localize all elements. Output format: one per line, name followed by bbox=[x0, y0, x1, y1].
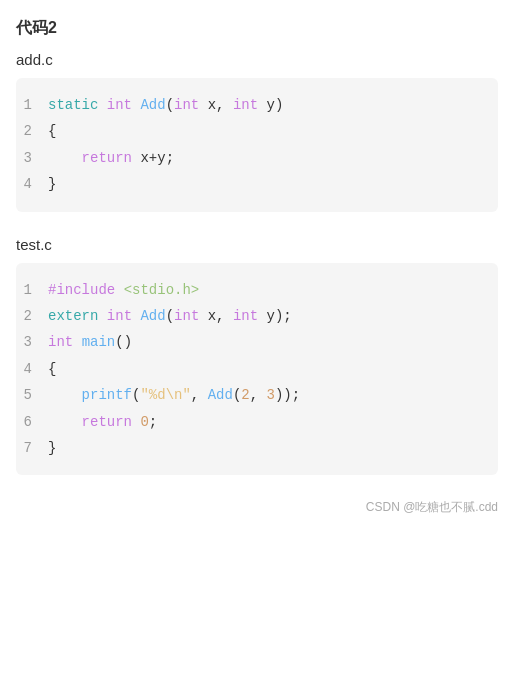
line-content: extern int Add(int x, int y); bbox=[48, 305, 292, 327]
code-line: 1#include <stdio.h> bbox=[16, 277, 498, 303]
code-line: 3 return x+y; bbox=[16, 145, 498, 171]
token: { bbox=[48, 361, 56, 377]
code-line: 4{ bbox=[16, 356, 498, 382]
token: x, bbox=[199, 308, 233, 324]
token: #include bbox=[48, 282, 115, 298]
line-content: int main() bbox=[48, 331, 132, 353]
token: extern bbox=[48, 308, 98, 324]
token: y); bbox=[258, 308, 292, 324]
token bbox=[98, 308, 106, 324]
token: { bbox=[48, 123, 56, 139]
line-content: static int Add(int x, int y) bbox=[48, 94, 283, 116]
token: static bbox=[48, 97, 107, 113]
token: Add bbox=[208, 387, 233, 403]
token bbox=[48, 414, 82, 430]
token: , bbox=[191, 387, 208, 403]
token: return bbox=[82, 150, 132, 166]
line-content: #include <stdio.h> bbox=[48, 279, 199, 301]
token bbox=[48, 387, 82, 403]
token bbox=[115, 282, 123, 298]
code-line: 2{ bbox=[16, 118, 498, 144]
line-content: } bbox=[48, 173, 56, 195]
token: () bbox=[115, 334, 132, 350]
token: int bbox=[107, 97, 141, 113]
token: int bbox=[233, 308, 258, 324]
line-number: 3 bbox=[16, 331, 48, 353]
line-number: 1 bbox=[16, 279, 48, 301]
token bbox=[73, 334, 81, 350]
token: 0 bbox=[140, 414, 148, 430]
code-line: 4} bbox=[16, 171, 498, 197]
token: return bbox=[82, 414, 132, 430]
token: main bbox=[82, 334, 116, 350]
watermark: CSDN @吃糖也不腻.cdd bbox=[0, 491, 514, 516]
token: ( bbox=[166, 308, 174, 324]
code-line: 6 return 0; bbox=[16, 409, 498, 435]
token: Add bbox=[140, 97, 165, 113]
code-line: 7} bbox=[16, 435, 498, 461]
line-number: 3 bbox=[16, 147, 48, 169]
token: "%d\n" bbox=[140, 387, 190, 403]
line-number: 4 bbox=[16, 358, 48, 380]
code-line: 2extern int Add(int x, int y); bbox=[16, 303, 498, 329]
token: } bbox=[48, 440, 56, 456]
code-block-test: 1#include <stdio.h>2extern int Add(int x… bbox=[16, 263, 498, 476]
token: <stdio.h> bbox=[124, 282, 200, 298]
token: )); bbox=[275, 387, 300, 403]
line-content: return 0; bbox=[48, 411, 157, 433]
token: int bbox=[48, 334, 73, 350]
line-content: printf("%d\n", Add(2, 3)); bbox=[48, 384, 300, 406]
token: printf bbox=[82, 387, 132, 403]
file-label-add: add.c bbox=[0, 43, 514, 74]
line-number: 7 bbox=[16, 437, 48, 459]
token: x, bbox=[199, 97, 233, 113]
token: 2 bbox=[241, 387, 249, 403]
token: ( bbox=[166, 97, 174, 113]
line-number: 4 bbox=[16, 173, 48, 195]
token: Add bbox=[140, 308, 165, 324]
token: int bbox=[107, 308, 132, 324]
token bbox=[48, 150, 82, 166]
line-number: 2 bbox=[16, 305, 48, 327]
token: y) bbox=[258, 97, 283, 113]
code-line: 3int main() bbox=[16, 329, 498, 355]
line-number: 2 bbox=[16, 120, 48, 142]
line-content: { bbox=[48, 120, 56, 142]
line-number: 6 bbox=[16, 411, 48, 433]
page-container: 代码2 add.c 1static int Add(int x, int y)2… bbox=[0, 10, 514, 516]
line-number: 1 bbox=[16, 94, 48, 116]
code-block-add: 1static int Add(int x, int y)2{3 return … bbox=[16, 78, 498, 212]
code-line: 1static int Add(int x, int y) bbox=[16, 92, 498, 118]
token: int bbox=[233, 97, 258, 113]
token: } bbox=[48, 176, 56, 192]
section-title: 代码2 bbox=[0, 10, 514, 43]
token: 3 bbox=[267, 387, 275, 403]
file-label-test: test.c bbox=[0, 228, 514, 259]
token: x+y; bbox=[132, 150, 174, 166]
token: ; bbox=[149, 414, 157, 430]
token: int bbox=[174, 308, 199, 324]
token: int bbox=[174, 97, 199, 113]
line-content: } bbox=[48, 437, 56, 459]
code-line: 5 printf("%d\n", Add(2, 3)); bbox=[16, 382, 498, 408]
token: , bbox=[250, 387, 267, 403]
line-content: return x+y; bbox=[48, 147, 174, 169]
line-number: 5 bbox=[16, 384, 48, 406]
line-content: { bbox=[48, 358, 56, 380]
